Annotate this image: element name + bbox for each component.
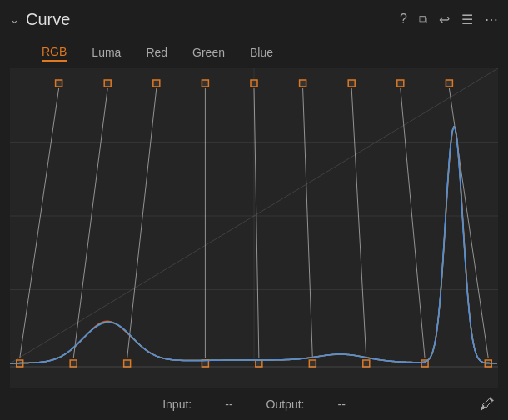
header-actions: ? ⧉ ↩ ☰ ⋯ xyxy=(400,12,498,28)
curve-panel: ⌄ Curve ? ⧉ ↩ ☰ ⋯ RGB Luma Red Green Blu… xyxy=(0,0,508,420)
output-label: Output: xyxy=(266,398,305,411)
tab-green[interactable]: Green xyxy=(192,46,225,61)
output-value: -- xyxy=(337,398,345,411)
input-value: -- xyxy=(225,398,232,411)
tab-rgb[interactable]: RGB xyxy=(42,45,67,62)
tab-red[interactable]: Red xyxy=(146,46,167,61)
histogram-canvas[interactable] xyxy=(10,68,498,388)
tab-luma[interactable]: Luma xyxy=(92,46,121,61)
panel-title: Curve xyxy=(26,10,70,29)
more-icon[interactable]: ⋯ xyxy=(485,12,498,28)
collapse-icon[interactable]: ⌄ xyxy=(10,13,19,26)
eyedropper-icon[interactable]: 🖍 xyxy=(480,396,495,413)
curve-footer: Input: -- Output: -- 🖍 xyxy=(0,388,508,420)
input-label: Input: xyxy=(162,398,192,411)
tab-blue[interactable]: Blue xyxy=(250,46,273,61)
panel-header: ⌄ Curve ? ⧉ ↩ ☰ ⋯ xyxy=(0,0,508,38)
maximize-icon[interactable]: ⧉ xyxy=(419,12,427,27)
help-icon[interactable]: ? xyxy=(400,12,407,27)
curve-chart[interactable] xyxy=(10,68,498,388)
menu-icon[interactable]: ☰ xyxy=(461,12,473,28)
header-left: ⌄ Curve xyxy=(10,10,400,29)
reset-icon[interactable]: ↩ xyxy=(439,12,450,28)
channel-tabs: RGB Luma Red Green Blue xyxy=(0,38,508,68)
